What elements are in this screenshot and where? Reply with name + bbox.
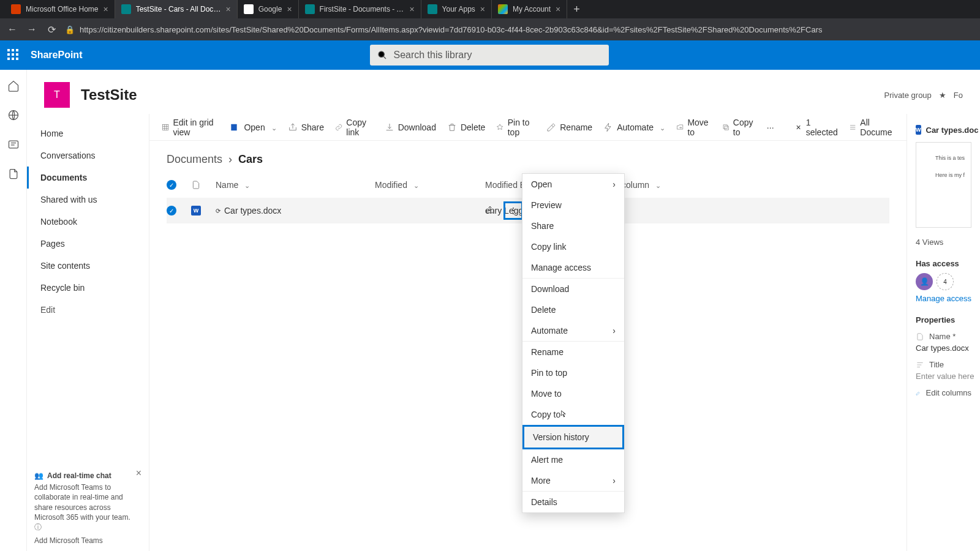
close-icon[interactable]: × [225,4,230,14]
rename-button[interactable]: Rename [546,122,592,132]
menu-preview[interactable]: Preview [522,195,624,216]
search-icon [377,50,387,60]
back-button[interactable]: ← [6,24,18,35]
file-preview[interactable]: This is a tes Here is my f [916,142,971,228]
copy-link-button[interactable]: Copy link [335,118,374,137]
prop-title-placeholder[interactable]: Enter value here [916,372,971,381]
chevron-down-icon [411,180,419,190]
select-all-check[interactable]: ✓ [167,180,176,190]
tab-yourapps[interactable]: Your Apps× [421,0,492,18]
globe-icon[interactable] [7,109,20,121]
menu-download[interactable]: Download [522,279,624,299]
url-field[interactable]: 🔒 https://citizenbuilders.sharepoint.com… [65,25,974,34]
selection-info[interactable]: ×1 selected [796,118,838,137]
nav-sitecontents[interactable]: Site contents [27,255,149,277]
app-launcher-icon[interactable] [7,49,20,61]
close-icon[interactable]: × [409,4,414,14]
prop-name-value[interactable]: Car types.docx [916,343,971,353]
menu-copy-link[interactable]: Copy link [522,236,624,257]
nav-conversations[interactable]: Conversations [27,144,149,167]
col-modified[interactable]: Modified [375,180,485,190]
download-button[interactable]: Download [385,122,436,132]
breadcrumb-root[interactable]: Documents [167,153,222,166]
edit-grid-button[interactable]: Edit in grid view [162,118,219,137]
tab-office[interactable]: Microsoft Office Home× [5,0,115,18]
teams-promo: × 👥Add real-time chat Add Microsoft Team… [34,471,141,545]
teams-link[interactable]: Add Microsoft Teams [34,536,141,545]
menu-details[interactable]: Details [522,492,624,512]
nav-documents[interactable]: Documents [27,167,149,189]
menu-share[interactable]: Share [522,216,624,236]
menu-automate[interactable]: Automate› [522,320,624,341]
menu-more[interactable]: More› [522,470,624,491]
site-name[interactable]: TestSite [81,86,137,103]
document-area: Edit in grid view Open Share Copy link D… [149,114,907,551]
tab-myaccount[interactable]: My Account× [492,0,567,18]
pencil-icon [916,389,921,397]
close-icon[interactable]: × [287,4,292,14]
menu-alert[interactable]: Alert me [522,449,624,470]
col-name[interactable]: Name [216,180,375,190]
svg-rect-13 [723,124,727,128]
menu-delete[interactable]: Delete [522,299,624,320]
tab-firstsite[interactable]: FirstSite - Documents - All Docu× [299,0,421,18]
close-icon[interactable]: × [796,122,801,132]
menu-manage-access[interactable]: Manage access [522,257,624,278]
file-icon [191,180,201,190]
automate-button[interactable]: Automate [603,122,665,132]
info-icon[interactable]: ⓘ [34,523,42,531]
nav-edit[interactable]: Edit [27,299,149,321]
search-box[interactable]: Search this library [370,45,609,66]
forward-button[interactable]: → [26,24,38,35]
copy-button[interactable]: Copy to [722,118,756,137]
more-button[interactable]: ··· [767,122,774,132]
nav-shared[interactable]: Shared with us [27,189,149,211]
view-switch[interactable]: All Docume [849,118,894,137]
delete-button[interactable]: Delete [447,122,485,132]
move-button[interactable]: Move to [676,118,711,137]
close-icon[interactable]: × [103,4,108,14]
search-placeholder: Search this library [393,50,472,61]
row-check[interactable]: ✓ [167,206,176,216]
nav-notebook[interactable]: Notebook [27,211,149,233]
menu-move[interactable]: Move to [522,383,624,404]
word-icon: W [916,125,921,135]
manage-access-link[interactable]: Manage access [916,294,971,303]
nav-home[interactable]: Home [27,122,149,144]
menu-pin[interactable]: Pin to top [522,362,624,383]
avatar[interactable]: 👤 [916,273,933,290]
news-icon[interactable] [7,138,20,151]
follow-label[interactable]: Fo [954,91,963,100]
home-icon[interactable] [7,80,20,92]
lock-icon: 🔒 [65,25,75,34]
new-tab-button[interactable]: + [567,3,586,16]
close-icon[interactable]: × [136,468,141,479]
follow-star-icon[interactable]: ★ [939,91,946,100]
site-logo[interactable]: T [44,82,70,108]
close-icon[interactable]: × [480,4,485,14]
close-icon[interactable]: × [556,4,560,14]
breadcrumb-current: Cars [238,153,263,166]
more-actions-button[interactable]: ⋮ [503,201,523,220]
pin-button[interactable]: Pin to top [496,118,535,137]
reload-button[interactable]: ⟳ [45,24,58,36]
access-count[interactable]: 4 [937,273,954,290]
share-button[interactable]: Share [288,122,324,132]
tab-google[interactable]: Google× [238,0,299,18]
nav-pages[interactable]: Pages [27,233,149,255]
details-pane: WCar types.doc This is a tes Here is my … [907,114,980,551]
menu-copy[interactable]: Copy to [522,404,624,425]
tab-testsite[interactable]: TestSite - Cars - All Documents× [115,0,238,18]
nav-recycle[interactable]: Recycle bin [27,277,149,299]
open-button[interactable]: Open [230,122,276,132]
share-icon[interactable] [485,205,495,217]
chevron-right-icon: › [612,326,616,335]
file-name[interactable]: Car types.docx [224,206,281,216]
menu-open[interactable]: Open› [522,174,624,195]
edit-columns-link[interactable]: Edit columns [916,388,971,397]
menu-rename[interactable]: Rename [522,342,624,362]
files-icon[interactable] [7,168,20,180]
menu-version-history[interactable]: Version history [522,425,624,449]
brand-label[interactable]: SharePoint [31,50,82,61]
svg-rect-6 [163,124,168,130]
